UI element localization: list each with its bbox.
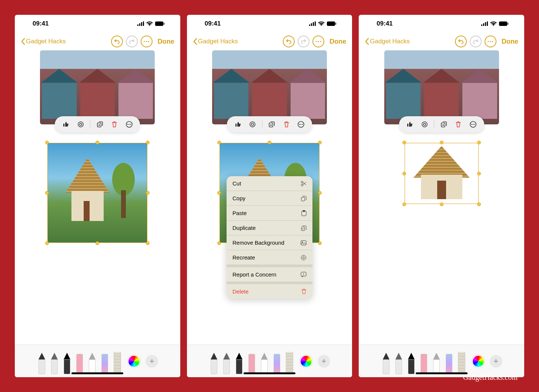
pencil-tool[interactable] [234,348,244,374]
resize-handle-mr[interactable] [477,172,481,175]
undo-button[interactable] [111,36,123,47]
delete-image-button[interactable] [281,119,292,130]
feedback-button[interactable] [233,119,243,130]
more-button[interactable] [141,36,153,47]
resize-handle-br[interactable] [477,202,481,206]
back-button[interactable]: Gadget Hacks [21,38,66,45]
undo-button[interactable] [283,36,295,47]
resize-handle-mr[interactable] [146,191,150,195]
chevron-left-icon [21,38,25,45]
resize-handle-tr[interactable] [318,141,322,144]
add-tool-button[interactable]: + [145,355,158,368]
regenerate-button[interactable] [76,119,86,130]
lasso-tool[interactable] [431,348,442,374]
svg-point-6 [144,41,145,42]
note-canvas[interactable] [359,50,524,345]
redo-button[interactable] [126,36,138,47]
add-to-button[interactable] [267,119,277,130]
image-more-button[interactable] [124,119,134,130]
crayon-tool[interactable] [272,348,282,374]
regenerate-button[interactable] [247,119,258,130]
image-more-button[interactable] [468,119,478,130]
menu-paste[interactable]: Paste [227,206,312,221]
note-canvas[interactable] [15,50,180,345]
marker-tool[interactable] [221,348,232,374]
pencil-tool[interactable] [62,348,72,374]
resize-handle-bl[interactable] [217,241,221,245]
resize-handle-ml[interactable] [217,191,221,195]
pencil-tool[interactable] [406,348,416,374]
lasso-tool[interactable] [259,348,270,374]
ruler-tool[interactable] [112,348,123,374]
home-indicator[interactable] [416,372,468,374]
add-tool-button[interactable]: + [318,355,330,368]
more-button[interactable] [485,36,496,47]
resize-handle-br[interactable] [318,241,322,245]
more-button[interactable] [312,36,324,47]
resize-handle-tl[interactable] [217,141,221,144]
marker-tool[interactable] [394,348,404,374]
eraser-tool[interactable] [419,348,429,374]
delete-image-button[interactable] [453,119,463,130]
generated-image-houses[interactable] [40,50,155,124]
selected-image-hut[interactable] [47,143,147,243]
pen-tool[interactable] [209,348,219,374]
image-more-button[interactable] [296,119,306,130]
feedback-button[interactable] [61,119,71,130]
menu-delete[interactable]: Delete [227,284,312,299]
done-button[interactable]: Done [329,38,346,46]
ruler-tool[interactable] [456,348,467,374]
pen-tool[interactable] [37,348,47,374]
ruler-tool[interactable] [284,348,295,374]
redo-icon [129,38,135,44]
menu-recreate[interactable]: Recreate [227,250,312,265]
selected-image-hut-no-bg[interactable] [405,143,479,204]
eraser-tool[interactable] [74,348,85,374]
note-canvas[interactable]: Cut Copy Paste Duplicate Remove Backgrou… [187,50,352,345]
color-picker[interactable] [300,355,312,368]
menu-remove-background[interactable]: Remove Background [227,235,312,250]
add-tool-button[interactable]: + [490,355,502,368]
resize-handle-tl[interactable] [402,141,406,144]
resize-handle-mt[interactable] [440,141,443,144]
crayon-tool[interactable] [444,348,454,374]
menu-cut[interactable]: Cut [227,176,312,191]
nav-bar: Gadget Hacks Done [359,33,524,50]
delete-image-button[interactable] [109,119,120,130]
menu-copy[interactable]: Copy [227,191,312,206]
eraser-tool[interactable] [247,348,257,374]
back-button[interactable]: Gadget Hacks [365,38,410,45]
resize-handle-br[interactable] [146,241,150,245]
resize-handle-tr[interactable] [477,141,481,144]
undo-button[interactable] [455,36,467,47]
regenerate-button[interactable] [419,119,430,130]
color-picker[interactable] [128,355,140,368]
resize-handle-tr[interactable] [146,141,150,144]
generated-image-houses[interactable] [212,50,327,124]
back-button[interactable]: Gadget Hacks [193,38,238,45]
menu-report[interactable]: Report a Concern [227,267,312,282]
generated-image-houses[interactable] [384,50,499,124]
resize-handle-mr[interactable] [318,191,322,195]
add-to-button[interactable] [95,119,105,130]
done-button[interactable]: Done [502,38,518,46]
home-indicator[interactable] [244,372,295,374]
redo-button[interactable] [470,36,482,47]
pen-tool[interactable] [381,348,391,374]
resize-handle-bl[interactable] [45,241,49,245]
done-button[interactable]: Done [158,38,174,46]
lasso-tool[interactable] [87,348,97,374]
color-picker[interactable] [472,355,485,368]
crayon-tool[interactable] [100,348,110,374]
resize-handle-mb[interactable] [440,202,443,206]
resize-handle-mb[interactable] [96,241,99,245]
redo-button[interactable] [298,36,309,47]
feedback-button[interactable] [405,119,415,130]
home-indicator[interactable] [71,372,123,374]
add-to-button[interactable] [439,119,449,130]
resize-handle-ml[interactable] [402,172,406,175]
resize-handle-mt[interactable] [268,141,271,144]
marker-tool[interactable] [49,348,60,374]
resize-handle-bl[interactable] [402,202,406,206]
menu-duplicate[interactable]: Duplicate [227,221,312,235]
